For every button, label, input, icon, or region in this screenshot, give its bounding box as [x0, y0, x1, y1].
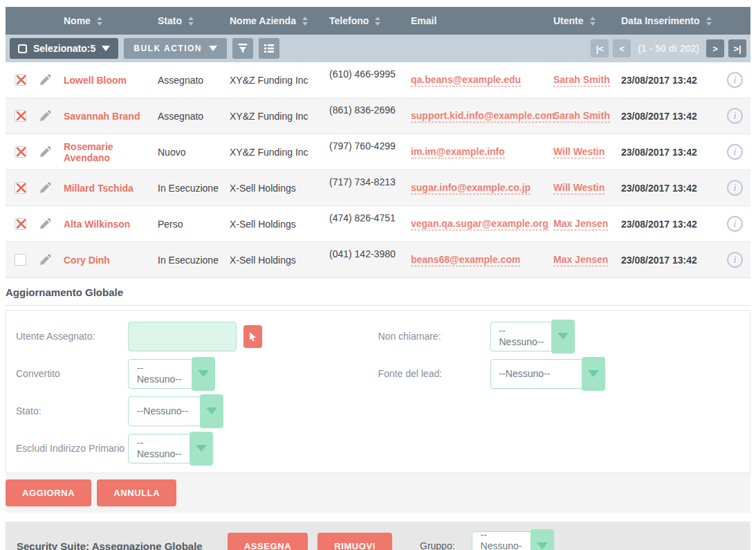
checkbox-cell [6, 134, 32, 169]
group-select[interactable]: --Nessuno-- [472, 529, 554, 550]
user-cell: Will Westin [553, 134, 621, 169]
converted-select[interactable]: --Nessuno-- [128, 357, 215, 391]
assigned-user-input[interactable] [128, 322, 237, 351]
row-checkbox[interactable] [15, 110, 26, 122]
lead-name-link[interactable]: Savannah Brand [64, 111, 140, 122]
status-value: In Esecuzione [158, 255, 219, 266]
sort-icon[interactable] [188, 17, 194, 26]
edit-pencil-icon[interactable] [39, 74, 51, 86]
company-value: X-Sell Holdings [230, 255, 296, 266]
exclude-primary-select[interactable]: --Nessuno-- [128, 432, 213, 466]
edit-pencil-icon[interactable] [39, 182, 51, 194]
column-chooser-button[interactable] [259, 38, 279, 59]
row-checkbox[interactable] [15, 74, 26, 86]
sort-icon[interactable] [706, 17, 712, 26]
email-link[interactable]: qa.beans@example.edu [411, 74, 521, 86]
do-not-call-select[interactable]: --Nessuno-- [490, 320, 575, 354]
bulk-action-dropdown[interactable]: BULK ACTION [124, 38, 227, 59]
info-icon[interactable]: i [727, 216, 743, 232]
phone-cell: (474) 826-4751 [329, 206, 411, 241]
company-cell: X-Sell Holdings [230, 242, 329, 277]
cancel-button[interactable]: ANNULLA [97, 479, 176, 506]
email-cell: vegan.qa.sugar@example.org [411, 206, 553, 241]
email-cell: sugar.info@example.co.jp [411, 170, 553, 205]
user-link[interactable]: Will Westin [553, 182, 605, 194]
email-link[interactable]: support.kid.info@example.com [411, 110, 555, 122]
col-header-nome[interactable]: Nome [64, 7, 158, 35]
chevron-down-icon [192, 357, 215, 391]
col-label: Email [411, 15, 436, 26]
remove-button[interactable]: RIMUOVI [317, 533, 392, 550]
email-link[interactable]: vegan.qa.sugar@example.org [411, 218, 548, 230]
exclude-primary-label: Escludi Indirizzo Primario [16, 443, 128, 454]
lead-name-link[interactable]: Cory Dinh [64, 255, 110, 266]
status-cell: Nuovo [158, 134, 230, 169]
user-link[interactable]: Max Jensen [553, 254, 608, 266]
lead-name-link[interactable]: Lowell Bloom [64, 75, 127, 86]
edit-pencil-icon[interactable] [39, 254, 51, 266]
col-header-utente[interactable]: Utente [553, 7, 621, 35]
info-cell: i [719, 170, 750, 205]
phone-value: (717) 734-8213 [329, 176, 396, 187]
status-value: Nuovo [158, 147, 185, 158]
col-header-stato[interactable]: Stato [158, 7, 230, 35]
converted-label: Convertito [16, 368, 128, 379]
chevron-down-icon [102, 46, 110, 51]
lead-source-select[interactable]: --Nessuno-- [490, 357, 605, 391]
lead-name-link[interactable]: Alta Wilkinson [64, 219, 130, 230]
col-header-data-inserimento[interactable]: Data Inserimento [621, 7, 719, 35]
info-icon[interactable]: i [727, 252, 743, 268]
col-header-nome-azienda[interactable]: Nome Azienda [230, 7, 329, 35]
sort-icon[interactable] [375, 17, 380, 26]
field-exclude-primary: Escludi Indirizzo Primario --Nessuno-- [16, 431, 378, 466]
selected-count-label: Selezionato:5 [33, 43, 95, 54]
row-checkbox[interactable] [15, 182, 26, 194]
lead-source-label: Fonte del lead: [378, 368, 490, 379]
pagination-range-label: (1 - 50 di 202) [635, 43, 702, 54]
date-value: 23/08/2017 13:42 [621, 255, 697, 266]
user-link[interactable]: Will Westin [553, 146, 605, 158]
filter-button[interactable] [232, 38, 253, 59]
user-link[interactable]: Sarah Smith [553, 110, 610, 122]
user-link[interactable]: Sarah Smith [553, 74, 610, 86]
edit-pencil-icon[interactable] [39, 218, 51, 230]
pagination-next-button[interactable]: > [706, 39, 724, 57]
col-header-telefono[interactable]: Telefono [329, 7, 411, 35]
lead-name-link[interactable]: Rosemarie Avendano [64, 141, 152, 163]
row-checkbox[interactable] [15, 218, 26, 230]
name-cell: Lowell Bloom [64, 62, 158, 98]
edit-pencil-icon[interactable] [39, 110, 51, 122]
date-cell: 23/08/2017 13:42 [621, 62, 719, 98]
table-row: Alta Wilkinson Perso X-Sell Holdings (47… [6, 206, 750, 242]
pagination-first-button[interactable]: |< [591, 39, 609, 57]
do-not-call-label: Non chiamare: [378, 331, 490, 342]
status-select[interactable]: --Nessuno-- [128, 394, 223, 428]
email-cell: support.kid.info@example.com [411, 98, 553, 134]
selected-x-icon [14, 73, 28, 87]
email-link[interactable]: beans68@example.com [411, 254, 520, 266]
sort-icon[interactable] [590, 17, 596, 26]
sort-icon[interactable] [302, 17, 308, 26]
email-link[interactable]: im.im@example.info [411, 146, 505, 158]
pagination-prev-button[interactable]: < [613, 39, 631, 57]
sort-icon[interactable] [97, 17, 102, 26]
select-user-button[interactable] [243, 325, 262, 348]
user-link[interactable]: Max Jensen [553, 218, 608, 230]
row-checkbox[interactable] [15, 254, 26, 266]
info-icon[interactable]: i [727, 108, 743, 124]
selected-count-dropdown[interactable]: Selezionato:5 [10, 38, 118, 59]
checkbox-cell [6, 62, 32, 98]
row-checkbox[interactable] [15, 146, 26, 158]
email-link[interactable]: sugar.info@example.co.jp [411, 182, 531, 194]
info-icon[interactable]: i [727, 72, 743, 88]
info-icon[interactable]: i [727, 144, 743, 160]
pagination-last-button[interactable]: >| [728, 39, 746, 57]
mass-update-actions: AGGIORNA ANNULLA [6, 473, 750, 513]
field-status: Stato: --Nessuno-- [16, 394, 378, 428]
info-icon[interactable]: i [727, 180, 743, 196]
update-button[interactable]: AGGIORNA [6, 479, 91, 506]
lead-name-link[interactable]: Millard Tschida [64, 183, 133, 194]
assign-button[interactable]: ASSEGNA [228, 533, 308, 550]
edit-pencil-icon[interactable] [39, 146, 51, 158]
phone-cell: (041) 142-3980 [329, 242, 411, 277]
